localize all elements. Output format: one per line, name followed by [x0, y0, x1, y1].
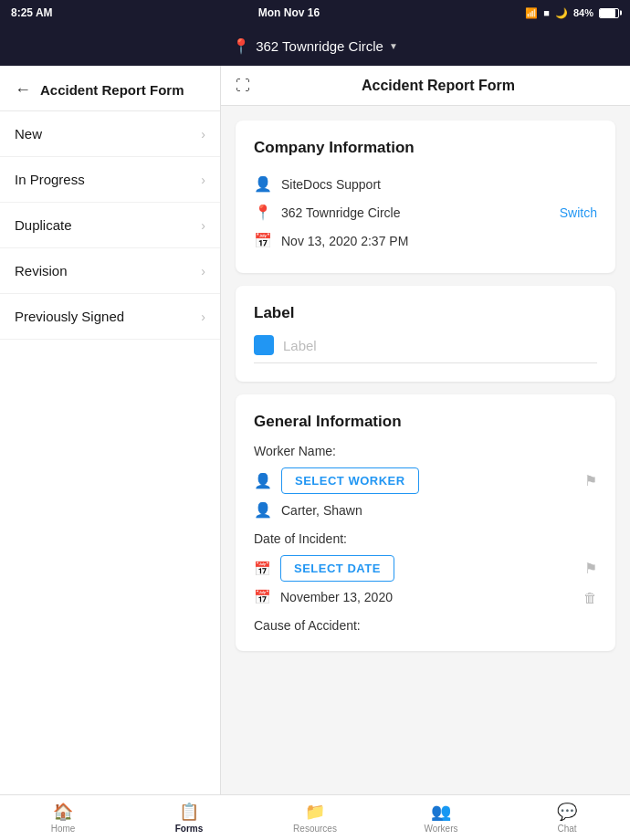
calendar-value-icon: 📅	[254, 589, 271, 605]
chevron-right-icon: ›	[201, 127, 205, 142]
sidebar-item-new[interactable]: New ›	[0, 111, 220, 157]
worker-select-icon: 👤	[254, 472, 272, 489]
sidebar-title: Accident Report Form	[40, 82, 184, 98]
moon-icon: 🌙	[555, 7, 568, 19]
sidebar-item-duplicate[interactable]: Duplicate ›	[0, 203, 220, 248]
battery-icon	[599, 8, 619, 18]
signal-icon: ■	[543, 7, 550, 18]
calendar-icon: 📅	[254, 232, 272, 249]
flag-icon: ⚑	[584, 472, 597, 489]
delete-icon[interactable]: 🗑	[583, 590, 597, 605]
label-field[interactable]: Label	[254, 335, 597, 363]
home-icon: 🏠	[53, 802, 73, 822]
main-layout: ← Accident Report Form New › In Progress…	[0, 66, 630, 794]
chevron-right-icon: ›	[201, 310, 205, 324]
chevron-right-icon: ›	[201, 218, 205, 233]
company-info-title: Company Information	[254, 139, 597, 157]
sidebar-item-duplicate-label: Duplicate	[15, 217, 72, 233]
nav-location: 362 Townridge Circle	[256, 38, 383, 54]
date-value-row: 📅 November 13, 2020 🗑	[254, 589, 597, 605]
content-header: ⛶ Accident Report Form	[221, 66, 630, 106]
status-time: 8:25 AM	[11, 6, 53, 19]
tab-workers[interactable]: 👥 Workers	[378, 798, 504, 837]
workers-icon: 👥	[431, 802, 451, 822]
expand-icon[interactable]: ⛶	[236, 78, 250, 94]
forms-icon: 📋	[179, 802, 199, 822]
content-area: ⛶ Accident Report Form Company Informati…	[221, 66, 630, 794]
date-of-incident-label: Date of Incident:	[254, 531, 597, 546]
status-icons: 📶 ■ 🌙 84%	[525, 7, 619, 19]
sidebar-item-new-label: New	[15, 126, 42, 142]
date-value: November 13, 2020	[280, 590, 393, 604]
wifi-icon: 📶	[525, 7, 538, 19]
tab-forms[interactable]: 📋 Forms	[126, 798, 252, 837]
company-name: SiteDocs Support	[281, 177, 381, 192]
worker-icon: 👤	[254, 501, 272, 519]
battery-percent: 84%	[573, 7, 593, 18]
chevron-right-icon: ›	[201, 264, 205, 278]
switch-button[interactable]: Switch	[560, 205, 597, 220]
tab-home[interactable]: 🏠 Home	[0, 798, 126, 837]
sidebar: ← Accident Report Form New › In Progress…	[0, 66, 221, 794]
status-bar: 8:25 AM Mon Nov 16 📶 ■ 🌙 84%	[0, 0, 630, 26]
chat-icon: 💬	[557, 802, 577, 822]
company-row: 👤 SiteDocs Support	[254, 170, 597, 198]
sidebar-header: ← Accident Report Form	[0, 66, 220, 111]
select-worker-button[interactable]: SELECT WORKER	[281, 467, 419, 494]
worker-name-value: Carter, Shawn	[281, 503, 362, 518]
tab-resources[interactable]: 📁 Resources	[252, 798, 378, 837]
label-card: Label Label	[236, 286, 615, 382]
calendar-btn-icon: 📅	[254, 561, 271, 577]
sidebar-item-revision-label: Revision	[15, 263, 68, 278]
tab-bar: 🏠 Home 📋 Forms 📁 Resources 👥 Workers 💬 C…	[0, 794, 630, 840]
sidebar-item-previously-signed-label: Previously Signed	[15, 309, 124, 324]
sidebar-item-in-progress-label: In Progress	[15, 172, 85, 187]
cause-of-accident-label: Cause of Accident:	[254, 618, 597, 633]
select-date-button[interactable]: SELECT DATE	[280, 555, 394, 582]
company-location: 362 Townridge Circle	[281, 205, 400, 220]
top-nav: 📍 362 Townridge Circle ▼	[0, 26, 630, 66]
worker-name-label: Worker Name:	[254, 444, 597, 458]
date-flag-icon: ⚑	[584, 560, 597, 577]
label-color-square	[254, 335, 274, 355]
date-select-row: 📅 SELECT DATE ⚑	[254, 555, 597, 582]
tab-workers-label: Workers	[424, 824, 457, 834]
back-button[interactable]: ←	[15, 80, 31, 100]
content-scroll: Company Information 👤 SiteDocs Support 📍…	[221, 106, 630, 794]
status-date: Mon Nov 16	[258, 6, 320, 19]
worker-name-row: 👤 Carter, Shawn	[254, 501, 597, 519]
map-pin-icon: 📍	[254, 204, 272, 221]
worker-select-row: 👤 SELECT WORKER ⚑	[254, 467, 597, 494]
sidebar-nav: New › In Progress › Duplicate › Revision…	[0, 111, 220, 794]
general-info-card: General Information Worker Name: 👤 SELEC…	[236, 394, 615, 651]
sidebar-item-revision[interactable]: Revision ›	[0, 248, 220, 294]
location-row: 📍 362 Townridge Circle Switch	[254, 198, 597, 226]
label-placeholder: Label	[283, 338, 597, 353]
chevron-right-icon: ›	[201, 173, 205, 187]
dropdown-arrow-icon: ▼	[389, 41, 398, 51]
tab-chat-label: Chat	[557, 824, 576, 834]
content-header-title: Accident Report Form	[261, 78, 615, 94]
person-icon: 👤	[254, 175, 272, 193]
location-pin-icon: 📍	[232, 37, 250, 55]
tab-forms-label: Forms	[175, 824, 204, 834]
general-info-title: General Information	[254, 413, 597, 431]
sidebar-item-previously-signed[interactable]: Previously Signed ›	[0, 294, 220, 340]
tab-chat[interactable]: 💬 Chat	[504, 798, 630, 837]
tab-home-label: Home	[51, 824, 76, 834]
tab-resources-label: Resources	[293, 824, 337, 834]
company-info-card: Company Information 👤 SiteDocs Support 📍…	[236, 121, 615, 273]
top-nav-title[interactable]: 📍 362 Townridge Circle ▼	[232, 37, 398, 55]
company-datetime: Nov 13, 2020 2:37 PM	[281, 234, 408, 248]
resources-icon: 📁	[305, 802, 325, 822]
sidebar-item-in-progress[interactable]: In Progress ›	[0, 157, 220, 203]
label-section-title: Label	[254, 304, 597, 322]
datetime-row: 📅 Nov 13, 2020 2:37 PM	[254, 226, 597, 255]
